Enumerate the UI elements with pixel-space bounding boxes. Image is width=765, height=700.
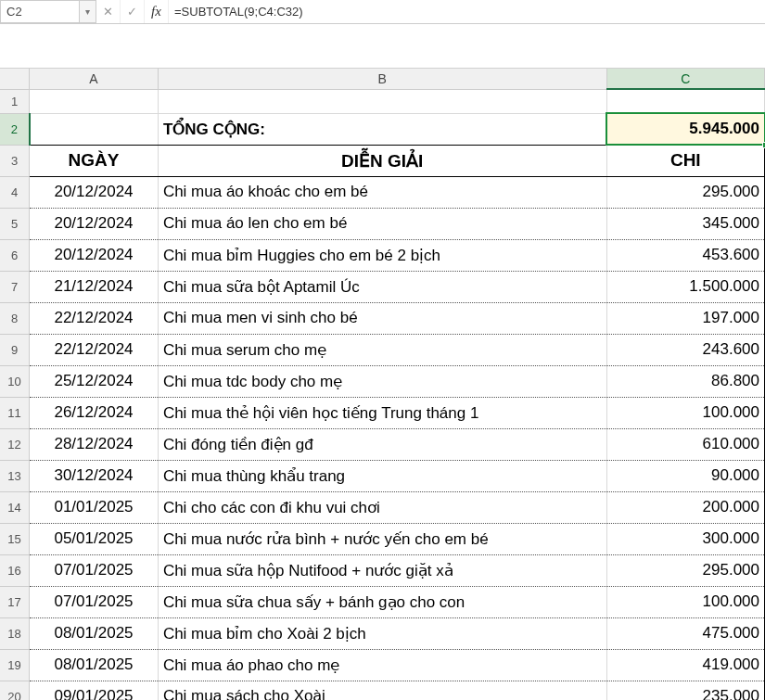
name-box-dropdown[interactable]: ▾ bbox=[80, 0, 96, 23]
cell-date[interactable]: 21/12/2024 bbox=[30, 271, 159, 302]
cell-date[interactable]: 09/01/2025 bbox=[30, 681, 159, 700]
cell-amount[interactable]: 200.000 bbox=[606, 491, 764, 523]
row-header[interactable]: 1 bbox=[0, 89, 30, 113]
cell-amount[interactable]: 90.000 bbox=[606, 460, 764, 491]
cell-amount[interactable]: 197.000 bbox=[606, 302, 764, 334]
cell-amount[interactable]: 610.000 bbox=[606, 428, 764, 460]
formula-input[interactable]: =SUBTOTAL(9;C4:C32) bbox=[169, 0, 765, 23]
cell-date[interactable]: 22/12/2024 bbox=[30, 302, 159, 334]
fx-icon: fx bbox=[151, 4, 161, 19]
cell-desc[interactable]: Chi mua thùng khẩu trang bbox=[158, 460, 606, 491]
check-icon: ✓ bbox=[127, 5, 137, 19]
row-header[interactable]: 7 bbox=[0, 271, 30, 302]
total-value[interactable]: 5.945.000 bbox=[606, 113, 764, 145]
cell-amount[interactable]: 475.000 bbox=[606, 617, 764, 649]
cell-desc[interactable]: Chi mua sữa hộp Nutifood + nước giặt xả bbox=[158, 554, 606, 586]
close-icon: ✕ bbox=[103, 5, 113, 19]
ribbon-gap bbox=[0, 24, 765, 69]
cell-date[interactable]: 01/01/2025 bbox=[30, 491, 159, 523]
cell-desc[interactable]: Chi mua men vi sinh cho bé bbox=[158, 302, 606, 334]
cell-desc[interactable]: Chi mua bỉm cho Xoài 2 bịch bbox=[158, 617, 606, 649]
cell-date[interactable]: 20/12/2024 bbox=[30, 239, 159, 271]
row-header[interactable]: 5 bbox=[0, 208, 30, 239]
row-header[interactable]: 10 bbox=[0, 365, 30, 397]
header-amount[interactable]: CHI bbox=[606, 145, 764, 176]
fill-handle[interactable] bbox=[762, 142, 766, 148]
row-header[interactable]: 2 bbox=[0, 113, 30, 145]
cell-amount[interactable]: 1.500.000 bbox=[606, 271, 764, 302]
row-header[interactable]: 19 bbox=[0, 649, 30, 681]
cell-desc[interactable]: Chi mua serum cho mẹ bbox=[158, 334, 606, 365]
select-all-corner[interactable] bbox=[0, 69, 30, 89]
cell-amount[interactable]: 345.000 bbox=[606, 208, 764, 239]
cell-amount[interactable]: 453.600 bbox=[606, 239, 764, 271]
cell-desc[interactable]: Chi mua sữa chua sấy + bánh gạo cho con bbox=[158, 586, 606, 617]
cell-date[interactable]: 30/12/2024 bbox=[30, 460, 159, 491]
total-label[interactable]: TỔNG CỘNG: bbox=[158, 113, 606, 145]
header-date[interactable]: NGÀY bbox=[30, 145, 159, 176]
name-box[interactable]: C2 bbox=[0, 0, 80, 23]
cell-desc[interactable]: Chi mua tdc body cho mẹ bbox=[158, 365, 606, 397]
formula-accept-button[interactable]: ✓ bbox=[121, 0, 145, 23]
cell-amount[interactable]: 419.000 bbox=[606, 649, 764, 681]
cell-desc[interactable]: Chi mua thẻ hội viên học tiếng Trung thá… bbox=[158, 397, 606, 428]
row-header[interactable]: 12 bbox=[0, 428, 30, 460]
cell-desc[interactable]: Chi mua nước rửa bình + nước yến cho em … bbox=[158, 523, 606, 554]
formula-bar: C2 ▾ ✕ ✓ fx =SUBTOTAL(9;C4:C32) bbox=[0, 0, 765, 24]
cell-date[interactable]: 28/12/2024 bbox=[30, 428, 159, 460]
cell-a1[interactable] bbox=[30, 89, 159, 113]
row-header[interactable]: 6 bbox=[0, 239, 30, 271]
insert-function-button[interactable]: fx bbox=[145, 0, 169, 23]
cell-date[interactable]: 20/12/2024 bbox=[30, 176, 159, 208]
row-header[interactable]: 17 bbox=[0, 586, 30, 617]
cell-date[interactable]: 25/12/2024 bbox=[30, 365, 159, 397]
row-header[interactable]: 8 bbox=[0, 302, 30, 334]
formula-cancel-button[interactable]: ✕ bbox=[96, 0, 121, 23]
row-header[interactable]: 20 bbox=[0, 681, 30, 700]
row-header[interactable]: 9 bbox=[0, 334, 30, 365]
row-header[interactable]: 16 bbox=[0, 554, 30, 586]
cell-c1[interactable] bbox=[606, 89, 764, 113]
cell-date[interactable]: 05/01/2025 bbox=[30, 523, 159, 554]
cell-desc[interactable]: Chi mua sữa bột Aptamil Úc bbox=[158, 271, 606, 302]
cell-amount[interactable]: 235.000 bbox=[606, 681, 764, 700]
cell-desc[interactable]: Chi mua bỉm Huggies cho em bé 2 bịch bbox=[158, 239, 606, 271]
row-header[interactable]: 11 bbox=[0, 397, 30, 428]
cell-amount[interactable]: 295.000 bbox=[606, 554, 764, 586]
row-header[interactable]: 4 bbox=[0, 176, 30, 208]
cell-date[interactable]: 22/12/2024 bbox=[30, 334, 159, 365]
column-header-a[interactable]: A bbox=[30, 69, 159, 89]
cell-desc[interactable]: Chi đóng tiền điện gđ bbox=[158, 428, 606, 460]
cell-a2[interactable] bbox=[30, 113, 159, 145]
cell-desc[interactable]: Chi mua sách cho Xoài bbox=[158, 681, 606, 700]
chevron-down-icon: ▾ bbox=[85, 6, 90, 17]
row-header[interactable]: 3 bbox=[0, 145, 30, 176]
cell-date[interactable]: 08/01/2025 bbox=[30, 617, 159, 649]
column-header-c[interactable]: C bbox=[606, 69, 764, 89]
cell-date[interactable]: 08/01/2025 bbox=[30, 649, 159, 681]
row-header[interactable]: 18 bbox=[0, 617, 30, 649]
header-desc[interactable]: DIỄN GIẢI bbox=[158, 145, 606, 176]
spreadsheet-grid[interactable]: A B C 1 2 TỔNG CỘNG: 5.945.000 3 NGÀY DI… bbox=[0, 69, 765, 700]
cell-amount[interactable]: 243.600 bbox=[606, 334, 764, 365]
cell-date[interactable]: 20/12/2024 bbox=[30, 208, 159, 239]
cell-desc[interactable]: Chi cho các con đi khu vui chơi bbox=[158, 491, 606, 523]
cell-date[interactable]: 07/01/2025 bbox=[30, 554, 159, 586]
cell-b1[interactable] bbox=[158, 89, 606, 113]
cell-amount[interactable]: 295.000 bbox=[606, 176, 764, 208]
cell-amount[interactable]: 100.000 bbox=[606, 586, 764, 617]
row-header[interactable]: 15 bbox=[0, 523, 30, 554]
cell-amount[interactable]: 86.800 bbox=[606, 365, 764, 397]
row-header[interactable]: 13 bbox=[0, 460, 30, 491]
cell-desc[interactable]: Chi mua áo phao cho mẹ bbox=[158, 649, 606, 681]
cell-date[interactable]: 07/01/2025 bbox=[30, 586, 159, 617]
cell-amount[interactable]: 300.000 bbox=[606, 523, 764, 554]
cell-amount[interactable]: 100.000 bbox=[606, 397, 764, 428]
row-header[interactable]: 14 bbox=[0, 491, 30, 523]
cell-date[interactable]: 26/12/2024 bbox=[30, 397, 159, 428]
cell-desc[interactable]: Chi mua áo len cho em bé bbox=[158, 208, 606, 239]
column-header-b[interactable]: B bbox=[158, 69, 606, 89]
cell-desc[interactable]: Chi mua áo khoác cho em bé bbox=[158, 176, 606, 208]
